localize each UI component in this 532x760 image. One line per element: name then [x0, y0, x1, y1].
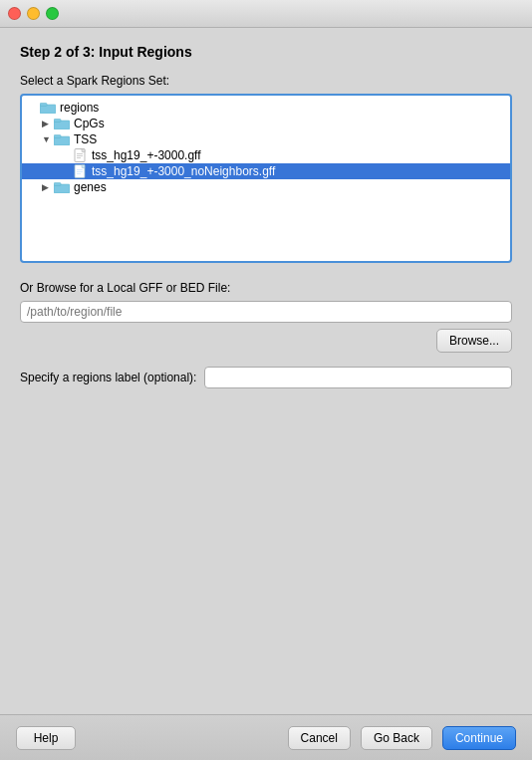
- folder-icon-cpgs: [54, 118, 70, 129]
- tree-label-genes: genes: [74, 180, 107, 194]
- footer-right: Cancel Go Back Continue: [288, 726, 516, 750]
- tree-item-tss-file1[interactable]: tss_hg19_+-3000.gff: [22, 147, 510, 163]
- tree-label-cpgs: CpGs: [74, 117, 105, 130]
- browse-button[interactable]: Browse...: [436, 329, 512, 353]
- main-content: Step 2 of 3: Input Regions Select a Spar…: [0, 28, 532, 418]
- arrow-genes: ▶: [42, 182, 52, 192]
- svg-rect-7: [82, 149, 85, 152]
- tree-label-tss-file2: tss_hg19_+-3000_noNeighbors.gff: [92, 164, 275, 178]
- browse-label: Or Browse for a Local GFF or BED File:: [20, 281, 512, 295]
- cancel-button[interactable]: Cancel: [288, 726, 351, 750]
- tree-section-label: Select a Spark Regions Set:: [20, 74, 512, 88]
- regions-label-input[interactable]: [204, 367, 512, 388]
- arrow-tss: ▼: [42, 134, 52, 144]
- regions-label-text: Specify a regions label (optional):: [20, 371, 196, 384]
- browse-btn-row: Browse...: [20, 329, 512, 353]
- folder-icon-genes: [54, 181, 70, 193]
- arrow-cpgs: ▶: [42, 119, 52, 128]
- folder-icon-tss: [54, 133, 70, 145]
- path-input[interactable]: [20, 301, 512, 323]
- file-icon-tss2: [74, 164, 88, 178]
- tree-item-tss-file2[interactable]: tss_hg19_+-3000_noNeighbors.gff: [22, 163, 510, 179]
- arrow-regions: [28, 103, 38, 113]
- svg-rect-1: [40, 104, 47, 107]
- tree-label-regions: regions: [60, 101, 99, 115]
- svg-rect-12: [82, 165, 85, 168]
- tree-item-genes[interactable]: ▶ genes: [22, 179, 510, 195]
- title-bar: [0, 0, 532, 28]
- tree-label-tss: TSS: [74, 132, 97, 146]
- tree-panel[interactable]: regions ▶ CpGs ▼ TSS: [20, 94, 512, 263]
- tree-item-regions[interactable]: regions: [22, 100, 510, 116]
- browse-section: Or Browse for a Local GFF or BED File: B…: [20, 281, 512, 353]
- continue-button[interactable]: Continue: [442, 726, 516, 750]
- svg-rect-17: [54, 183, 61, 186]
- help-button[interactable]: Help: [16, 726, 76, 750]
- file-icon-tss1: [74, 148, 88, 162]
- footer: Help Cancel Go Back Continue: [0, 714, 532, 760]
- tree-label-tss-file1: tss_hg19_+-3000.gff: [92, 148, 201, 162]
- svg-rect-3: [54, 120, 61, 123]
- minimize-button[interactable]: [27, 7, 40, 20]
- maximize-button[interactable]: [46, 7, 59, 20]
- step-title: Step 2 of 3: Input Regions: [20, 44, 512, 60]
- tree-item-tss[interactable]: ▼ TSS: [22, 131, 510, 147]
- svg-rect-5: [54, 135, 61, 138]
- close-button[interactable]: [8, 7, 21, 20]
- regions-label-section: Specify a regions label (optional):: [20, 367, 512, 388]
- folder-icon-regions: [40, 102, 56, 114]
- tree-item-cpgs[interactable]: ▶ CpGs: [22, 116, 510, 131]
- go-back-button[interactable]: Go Back: [361, 726, 432, 750]
